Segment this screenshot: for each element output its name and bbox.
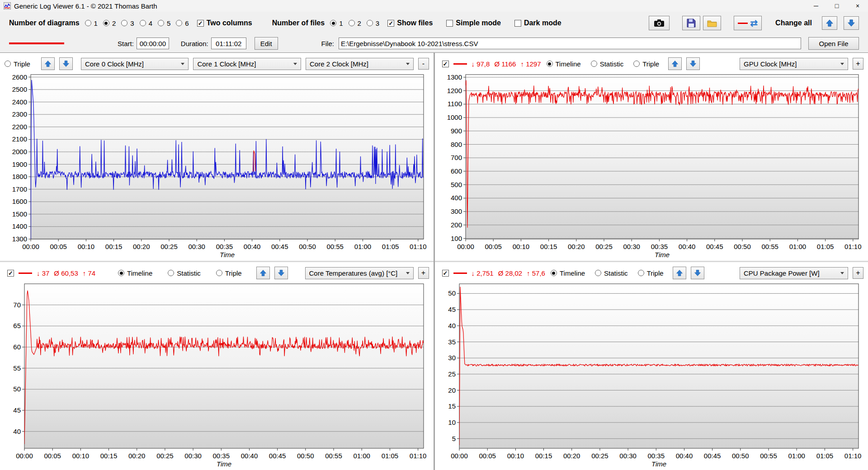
- svg-text:00:45: 00:45: [269, 452, 286, 460]
- move-down-button[interactable]: [691, 267, 704, 279]
- triple-radio[interactable]: Triple: [633, 60, 659, 68]
- dark-mode-checkbox[interactable]: Dark mode: [514, 19, 561, 27]
- close-button[interactable]: ×: [847, 0, 868, 12]
- svg-text:00:30: 00:30: [619, 452, 637, 460]
- svg-text:00:05: 00:05: [50, 243, 67, 250]
- diagrams-radio-1[interactable]: 1: [85, 19, 98, 27]
- svg-text:Time: Time: [654, 251, 669, 258]
- minimize-button[interactable]: ─: [806, 0, 826, 12]
- svg-text:00:50: 00:50: [732, 452, 749, 460]
- down-arrow-icon: [62, 60, 70, 67]
- max-value: ↑ 74: [83, 269, 95, 277]
- diagrams-radio-6[interactable]: 6: [176, 19, 189, 27]
- svg-text:00:55: 00:55: [326, 243, 344, 250]
- edit-button[interactable]: Edit: [255, 37, 278, 50]
- move-up-button[interactable]: [668, 57, 682, 70]
- diagram-grid: Triple Core 0 Clock [MHz] Core 1 Clock […: [0, 52, 868, 470]
- simple-mode-checkbox[interactable]: Simple mode: [446, 19, 501, 27]
- change-all-label: Change all: [775, 19, 812, 27]
- file-path-input[interactable]: [339, 38, 801, 49]
- statistic-radio[interactable]: Statistic: [591, 60, 624, 68]
- change-all-down-button[interactable]: [844, 16, 859, 30]
- up-arrow-icon: [826, 19, 834, 27]
- screenshot-button[interactable]: [649, 16, 670, 30]
- chart-gpu-clock: 1002003004005006007008009001000110012001…: [439, 71, 864, 260]
- svg-text:00:40: 00:40: [244, 243, 261, 250]
- chart-plot: 1300140015001600170018001900200021002200…: [5, 71, 429, 260]
- timeline-radio[interactable]: Timeline: [547, 60, 581, 68]
- statistic-radio[interactable]: Statistic: [595, 269, 628, 277]
- svg-text:2400: 2400: [12, 98, 27, 106]
- change-all-up-button[interactable]: [822, 16, 837, 30]
- diagrams-radio-2[interactable]: 2: [103, 19, 116, 27]
- files-radio-1[interactable]: 1: [330, 19, 343, 27]
- chart-core-temperatures: 4045505560657000:0000:0500:1000:1500:200…: [5, 280, 429, 469]
- add-signal-button[interactable]: +: [418, 267, 429, 279]
- start-input[interactable]: [137, 38, 169, 49]
- svg-text:70: 70: [13, 301, 21, 309]
- save-button[interactable]: [682, 16, 700, 30]
- svg-text:00:10: 00:10: [78, 243, 95, 250]
- signal-select-core1[interactable]: Core 1 Clock [MHz]: [193, 58, 301, 70]
- min-value: ↓ 37: [37, 269, 49, 277]
- diagrams-radio-5[interactable]: 5: [158, 19, 170, 27]
- svg-text:Time: Time: [220, 251, 235, 258]
- series-visible-checkbox[interactable]: [439, 61, 449, 67]
- remove-signal-button[interactable]: -: [418, 58, 429, 70]
- maximize-button[interactable]: □: [826, 0, 847, 12]
- svg-text:25: 25: [448, 370, 456, 378]
- statistic-radio[interactable]: Statistic: [168, 269, 201, 277]
- timeline-radio[interactable]: Timeline: [118, 269, 152, 277]
- signal-select-core2[interactable]: Core 2 Clock [MHz]: [306, 58, 414, 70]
- show-files-checkbox[interactable]: Show files: [387, 19, 433, 27]
- chevron-down-icon: [406, 63, 410, 65]
- two-columns-checkbox[interactable]: Two columns: [197, 19, 252, 27]
- series-color-swatch[interactable]: [453, 273, 467, 274]
- add-signal-button[interactable]: +: [853, 58, 863, 70]
- file-series-color-swatch[interactable]: [9, 42, 64, 44]
- svg-text:300: 300: [450, 207, 462, 215]
- add-signal-button[interactable]: +: [853, 267, 863, 279]
- svg-text:1600: 1600: [12, 197, 27, 205]
- move-up-button[interactable]: [256, 267, 270, 279]
- svg-text:00:10: 00:10: [512, 243, 529, 250]
- svg-text:00:40: 00:40: [675, 452, 693, 460]
- series-color-swatch[interactable]: [19, 273, 32, 274]
- diagrams-radio-4[interactable]: 4: [140, 19, 152, 27]
- series-visible-checkbox[interactable]: [439, 270, 449, 277]
- panel-gpu-clock-header: ↓ 97,8 Ø 1166 ↑ 1297 Timeline Statistic …: [439, 56, 864, 71]
- move-down-button[interactable]: [59, 57, 73, 70]
- signal-select-core0[interactable]: Core 0 Clock [MHz]: [81, 58, 189, 70]
- timeline-radio[interactable]: Timeline: [551, 269, 585, 277]
- triple-radio[interactable]: Triple: [216, 269, 242, 277]
- signal-select[interactable]: Core Temperatures (avg) [°C]: [305, 267, 414, 279]
- open-file-button[interactable]: Open File: [808, 37, 859, 50]
- color-refresh-button[interactable]: ⇄: [734, 16, 762, 30]
- diagrams-radio-3[interactable]: 3: [121, 19, 134, 27]
- move-up-button[interactable]: [673, 267, 686, 279]
- duration-input[interactable]: [211, 38, 246, 49]
- triple-radio[interactable]: Triple: [638, 269, 664, 277]
- files-radio-2[interactable]: 2: [349, 19, 361, 27]
- triple-radio[interactable]: Triple: [5, 60, 30, 68]
- up-arrow-icon: [259, 269, 267, 277]
- series-visible-checkbox[interactable]: [5, 270, 14, 277]
- svg-text:00:40: 00:40: [678, 243, 695, 250]
- move-down-button[interactable]: [274, 267, 288, 279]
- files-radio-3[interactable]: 3: [367, 19, 379, 27]
- open-folder-button[interactable]: [703, 16, 721, 30]
- move-up-button[interactable]: [41, 57, 55, 70]
- series-color-swatch[interactable]: [453, 63, 467, 65]
- down-arrow-icon: [694, 269, 701, 277]
- svg-text:00:05: 00:05: [479, 452, 496, 460]
- folder-icon: [707, 19, 717, 27]
- move-down-button[interactable]: [686, 57, 700, 70]
- svg-text:1100: 1100: [447, 100, 462, 108]
- svg-text:00:40: 00:40: [241, 452, 258, 460]
- signal-select[interactable]: GPU Clock [MHz]: [740, 58, 848, 70]
- signal-select[interactable]: CPU Package Power [W]: [740, 267, 848, 279]
- svg-text:00:15: 00:15: [105, 243, 123, 250]
- window-title: Generic Log Viewer 6.1 - © 2021 Thomas B…: [14, 2, 157, 10]
- max-value: ↑ 1297: [520, 60, 541, 68]
- chart-plot: 4045505560657000:0000:0500:1000:1500:200…: [5, 280, 429, 469]
